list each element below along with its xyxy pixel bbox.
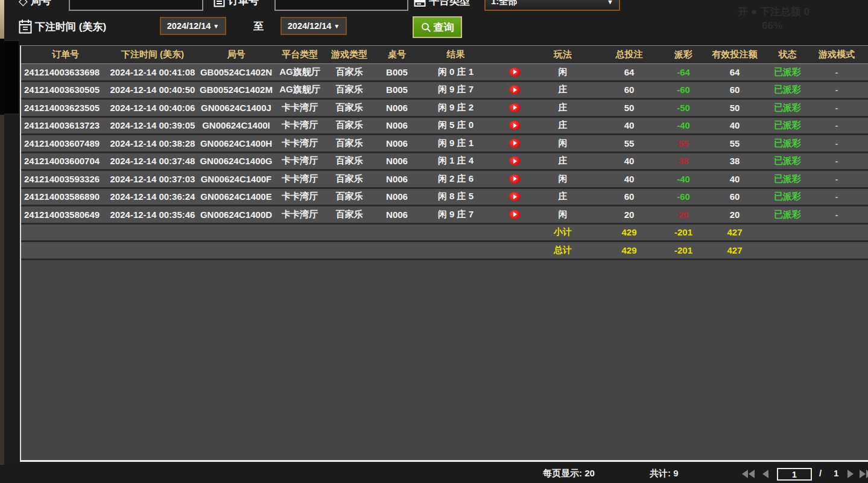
chevron-down-icon: ▼ — [334, 23, 340, 30]
cell-status: 已派彩 — [771, 118, 804, 134]
cell-play: 庄 — [536, 100, 590, 116]
cell-status: 已派彩 — [771, 189, 804, 205]
cell-total-bet: 20 — [590, 206, 668, 223]
bet-records-table: 订单号 下注时间 (美东) 局号 平台类型 游戏类型 桌号 结果 玩法 总投注 … — [20, 45, 868, 462]
cell-table-no: N006 — [376, 135, 418, 152]
play-video-icon[interactable] — [509, 156, 521, 165]
play-triangle — [513, 123, 517, 128]
cell-payout: 55 — [668, 135, 699, 152]
cell-bet-time: 2024-12-14 00:39:05 — [110, 118, 195, 134]
next-page-button[interactable] — [847, 470, 854, 478]
search-icon — [421, 22, 431, 33]
cell-platform: 卡卡湾厅 — [277, 206, 323, 223]
left-edge-strip-middle — [0, 39, 4, 115]
cell-bet-time: 2024-12-14 00:40:50 — [110, 82, 195, 98]
play-video-icon[interactable] — [509, 139, 521, 148]
last-page-button[interactable] — [860, 470, 868, 478]
cell-game-mode: - — [804, 118, 868, 134]
cell-game-no: GN00624C1400J — [195, 100, 277, 116]
cell-game-no: GN00624C1400D — [195, 206, 277, 223]
cell-platform: 卡卡湾厅 — [277, 153, 323, 170]
cell-status: 已派彩 — [771, 82, 804, 98]
date-range-to-label: 至 — [253, 19, 264, 33]
date-from-picker[interactable]: 2024/12/14 ▼ — [160, 17, 226, 35]
date-to-picker[interactable]: 2024/12/14 ▼ — [280, 17, 347, 35]
bet-time-label: 下注时间 (美东) — [19, 19, 106, 34]
cell-game-type: 百家乐 — [323, 82, 376, 98]
game-no-input[interactable] — [69, 0, 203, 11]
cell-game-type: 百家乐 — [323, 100, 376, 116]
double-right-arrow-icon — [860, 470, 866, 478]
cell-result-video — [493, 118, 536, 134]
cell-valid-bet: 60 — [699, 189, 771, 205]
cell-game-no: GN00624C1400E — [195, 189, 277, 205]
col-header-table-no: 桌号 — [376, 46, 418, 63]
table-empty-area — [21, 260, 868, 461]
previous-page-button[interactable] — [762, 470, 768, 478]
page-separator: / — [819, 468, 822, 478]
col-header-payout: 派彩 — [668, 46, 699, 63]
cell-total-bet: 40 — [590, 153, 668, 170]
cell-total-bet: 60 — [590, 82, 668, 98]
cell-game-mode: - — [804, 153, 868, 170]
cell-status: 已派彩 — [771, 153, 804, 170]
play-triangle — [513, 159, 517, 164]
play-video-icon[interactable] — [509, 210, 521, 219]
play-video-icon[interactable] — [509, 103, 521, 112]
platform-type-label: 平台类型 — [414, 0, 470, 8]
col-header-total-bet: 总投注 — [590, 46, 668, 63]
cell-platform: 卡卡湾厅 — [277, 189, 323, 205]
cell-order-no: 241214003623505 — [21, 100, 110, 116]
subtotal-label: 小计 — [536, 225, 590, 241]
cell-bet-time: 2024-12-14 00:37:48 — [110, 153, 195, 170]
play-video-icon[interactable] — [509, 85, 521, 94]
cell-status: 已派彩 — [771, 135, 804, 152]
table-row: 241214003613723 2024-12-14 00:39:05 GN00… — [21, 118, 868, 136]
query-button[interactable]: 查询 — [413, 16, 462, 38]
play-video-icon[interactable] — [509, 192, 521, 201]
cell-result: 闲 5 庄 0 — [418, 118, 493, 134]
cell-order-no: 241214003630505 — [21, 82, 110, 98]
play-triangle — [513, 194, 517, 199]
play-triangle — [513, 69, 517, 74]
cell-game-no: GB00524C1402N — [195, 64, 277, 80]
cell-result-video — [493, 206, 536, 223]
play-video-icon[interactable] — [509, 174, 521, 184]
table-row: 241214003607489 2024-12-14 00:38:28 GN00… — [21, 135, 868, 153]
subtotal-payout: -201 — [668, 225, 699, 241]
faint-background-text: 开 ● 下注总额 0 — [738, 5, 809, 19]
table-header-row: 订单号 下注时间 (美东) 局号 平台类型 游戏类型 桌号 结果 玩法 总投注 … — [21, 46, 868, 64]
cell-result: 闲 8 庄 5 — [418, 189, 493, 205]
play-video-icon[interactable] — [509, 121, 521, 130]
cell-play: 庄 — [536, 82, 590, 98]
left-edge-strip-bottom — [0, 115, 4, 483]
cell-result-video — [493, 64, 536, 80]
cell-bet-time: 2024-12-14 00:38:28 — [110, 135, 195, 152]
faint-background-percent: 66% — [762, 20, 782, 32]
first-page-button[interactable] — [742, 470, 755, 478]
cell-total-bet: 50 — [590, 100, 668, 116]
right-arrow-icon — [847, 470, 854, 478]
platform-type-select[interactable]: 1:全部 ▼ — [484, 0, 620, 11]
total-pages-label: 1 — [834, 468, 838, 478]
cell-valid-bet: 20 — [699, 206, 771, 223]
cell-result: 闲 9 庄 7 — [418, 206, 493, 223]
cell-play: 闲 — [536, 64, 590, 80]
cell-game-type: 百家乐 — [323, 135, 376, 152]
cell-platform: 卡卡湾厅 — [277, 135, 323, 152]
cell-status: 已派彩 — [771, 100, 804, 116]
order-no-input[interactable] — [274, 0, 408, 11]
cell-game-mode: - — [804, 171, 868, 187]
cell-game-type: 百家乐 — [323, 189, 376, 205]
cell-table-no: N006 — [376, 189, 418, 205]
col-header-platform: 平台类型 — [277, 46, 323, 63]
clipboard-icon — [214, 0, 225, 7]
cell-valid-bet: 55 — [699, 135, 771, 152]
page-input[interactable] — [777, 468, 812, 481]
play-video-icon[interactable] — [509, 68, 521, 77]
cell-game-mode: - — [804, 135, 868, 152]
cell-total-bet: 55 — [590, 135, 668, 152]
table-row: 241214003633698 2024-12-14 00:41:08 GB00… — [21, 64, 868, 82]
cell-game-no: GB00524C1402M — [195, 82, 277, 98]
cell-total-bet: 40 — [590, 118, 668, 134]
